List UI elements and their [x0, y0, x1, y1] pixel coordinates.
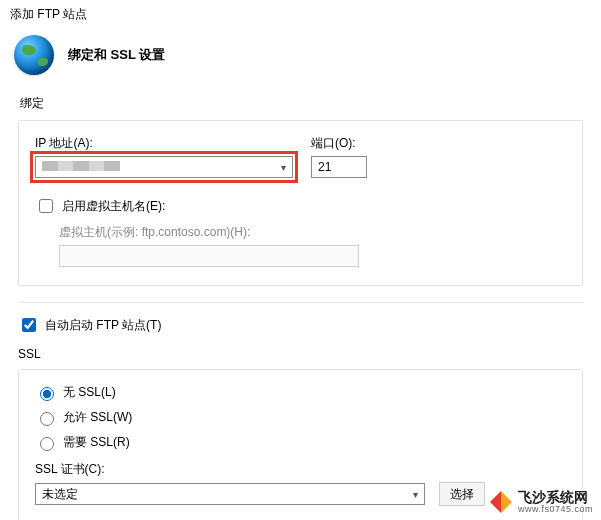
watermark-url: www.fs0745.com — [518, 505, 593, 514]
ssl-option-none-label: 无 SSL(L) — [63, 384, 116, 401]
autostart-checkbox[interactable] — [22, 318, 36, 332]
ssl-cert-label: SSL 证书(C): — [35, 461, 566, 478]
binding-group: 绑定 IP 地址(A): ▾ — [18, 95, 583, 286]
port-input[interactable] — [311, 156, 367, 178]
ip-address-label: IP 地址(A): — [35, 135, 293, 152]
virtual-host-input — [59, 245, 359, 267]
ssl-radio-none[interactable] — [40, 387, 54, 401]
watermark: 飞沙系统网 www.fs0745.com — [490, 490, 593, 514]
ssl-radio-allow[interactable] — [40, 412, 54, 426]
enable-virtual-host-label: 启用虚拟主机名(E): — [62, 198, 165, 215]
ssl-option-allow-label: 允许 SSL(W) — [63, 409, 132, 426]
autostart-label: 自动启动 FTP 站点(T) — [45, 317, 161, 334]
ssl-option-require-label: 需要 SSL(R) — [63, 434, 130, 451]
ip-address-dropdown[interactable]: ▾ — [35, 156, 293, 178]
wizard-step-title: 绑定和 SSL 设置 — [68, 46, 165, 64]
watermark-logo-icon — [490, 491, 512, 513]
watermark-title: 飞沙系统网 — [518, 490, 593, 505]
ssl-option-allow[interactable]: 允许 SSL(W) — [35, 409, 566, 426]
virtual-host-input-label: 虚拟主机(示例: ftp.contoso.com)(H): — [59, 224, 566, 241]
ssl-cert-dropdown[interactable]: 未选定 ▾ — [35, 483, 425, 505]
window-title: 添加 FTP 站点 — [0, 0, 601, 27]
add-ftp-site-wizard: { "titlebar": "添加 FTP 站点", "header": { "… — [0, 0, 601, 520]
ip-address-redacted — [36, 160, 120, 174]
ssl-radio-require[interactable] — [40, 437, 54, 451]
ssl-option-require[interactable]: 需要 SSL(R) — [35, 434, 566, 451]
wizard-header: 绑定和 SSL 设置 — [0, 27, 601, 89]
binding-group-title: 绑定 — [20, 95, 583, 112]
chevron-down-icon[interactable]: ▾ — [406, 489, 424, 500]
chevron-down-icon[interactable]: ▾ — [274, 162, 292, 173]
globe-icon — [14, 35, 54, 75]
ssl-option-none[interactable]: 无 SSL(L) — [35, 384, 566, 401]
wizard-body: 绑定 IP 地址(A): ▾ — [0, 95, 601, 520]
ssl-group-title: SSL — [18, 347, 583, 361]
enable-virtual-host-checkbox[interactable] — [39, 199, 53, 213]
ssl-cert-value: 未选定 — [36, 486, 406, 503]
select-cert-button[interactable]: 选择 — [439, 482, 485, 506]
divider — [18, 302, 583, 303]
port-label: 端口(O): — [311, 135, 367, 152]
